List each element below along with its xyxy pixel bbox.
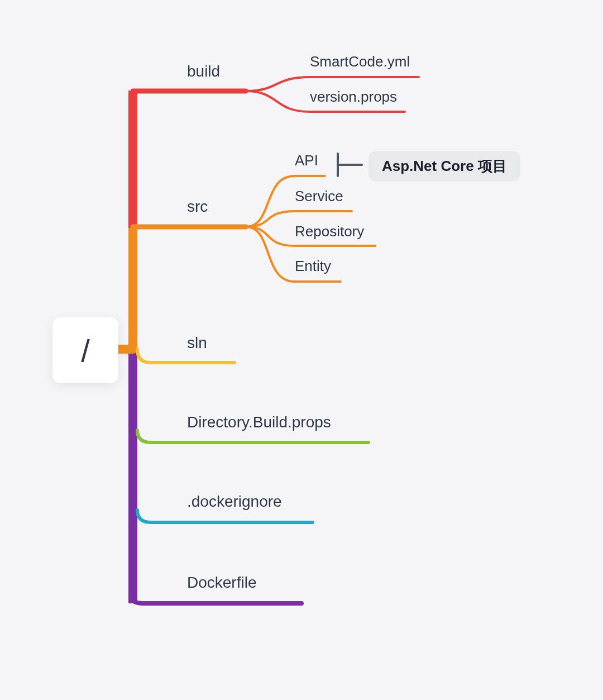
node-directory-build-props[interactable]: Directory.Build.props [187,413,331,431]
root-label: / [81,332,90,369]
node-smartcode-yml[interactable]: SmartCode.yml [310,53,410,70]
node-dockerignore[interactable]: .dockerignore [187,493,282,511]
node-dockerfile[interactable]: Dockerfile [187,574,256,592]
root-node[interactable]: / [52,317,118,383]
node-sln[interactable]: sln [187,334,207,352]
node-src[interactable]: src [187,198,208,216]
badge-aspnetcore: Asp.Net Core 项目 [368,151,520,182]
node-entity[interactable]: Entity [295,258,331,275]
node-service[interactable]: Service [295,188,343,205]
node-build[interactable]: build [187,63,220,80]
node-api[interactable]: API [295,152,318,169]
node-repository[interactable]: Repository [295,223,364,240]
node-version-props[interactable]: version.props [310,88,397,106]
